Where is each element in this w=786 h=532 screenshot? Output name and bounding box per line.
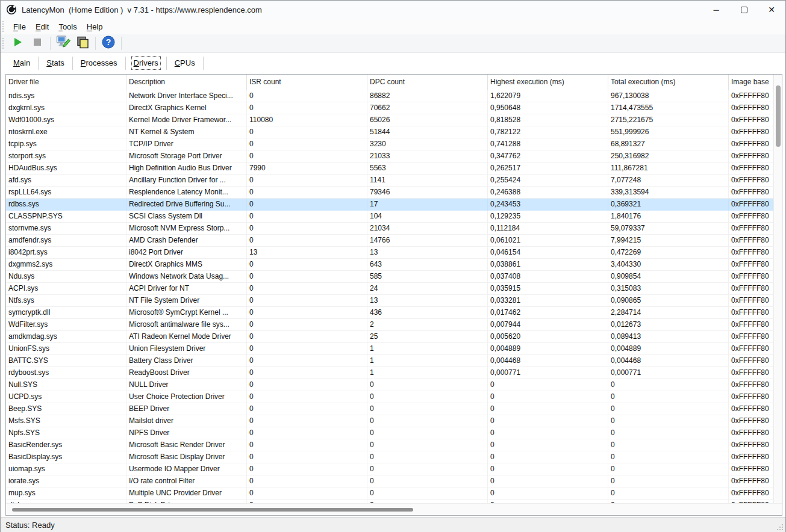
table-row-amdfendr-sys[interactable]: amdfendr.sysAMD Crash Defender0147660,06… (6, 235, 773, 247)
table-row-ndis-sys[interactable]: ndis.sysNetwork Driver Interface Speci..… (6, 90, 773, 102)
tab-cpus[interactable]: CPUs (167, 55, 203, 70)
cell: Union Filesystem Driver (126, 343, 247, 355)
cell: 68,891327 (608, 138, 729, 150)
close-button[interactable]: ✕ (758, 1, 785, 19)
table-row-mup-sys[interactable]: mup.sysMultiple UNC Provider Driver00000… (6, 487, 773, 500)
status-text: Status: Ready (5, 521, 55, 530)
tab-drivers[interactable]: Drivers (126, 55, 166, 70)
table-row-symcryptk-dll[interactable]: symcryptk.dllMicrosoft® SymCrypt Kernel … (6, 307, 773, 319)
table-row-msfs-sys[interactable]: Msfs.SYSMailslot driver00000xFFFFF80 (6, 415, 773, 427)
table-row-ucpd-sys[interactable]: UCPD.sysUser Choice Protection Driver000… (6, 391, 773, 403)
table-row-hdaudbus-sys[interactable]: HDAudBus.sysHigh Definition Audio Bus Dr… (6, 162, 773, 175)
table-row-wdfilter-sys[interactable]: WdFilter.sysMicrosoft antimalware file s… (6, 319, 773, 331)
table-row-classpnp-sys[interactable]: CLASSPNP.SYSSCSI Class System Dll01040,1… (6, 211, 773, 223)
cell: 65026 (367, 114, 488, 126)
start-monitor-button[interactable] (10, 36, 27, 51)
resize-grip[interactable] (777, 524, 783, 530)
column-header-dpc-count[interactable]: DPC count (367, 75, 488, 90)
vertical-scrollbar-thumb[interactable] (776, 85, 781, 147)
table-row-stornvme-sys[interactable]: stornvme.sysMicrosoft NVM Express Storp.… (6, 223, 773, 235)
help-button[interactable]: ? (100, 36, 117, 51)
table-row-battc-sys[interactable]: BATTC.SYSBattery Class Driver010,0044680… (6, 355, 773, 367)
menu-file[interactable]: File (8, 20, 31, 33)
table-row-iorate-sys[interactable]: iorate.sysI/O rate control Filter00000xF… (6, 475, 773, 487)
cell: 436 (367, 307, 488, 319)
table-row-afd-sys[interactable]: afd.sysAncillary Function Driver for ...… (6, 175, 773, 187)
table-row-tcpip-sys[interactable]: tcpip.sysTCP/IP Driver032300,74128868,89… (6, 138, 773, 150)
menu-tools[interactable]: Tools (54, 20, 81, 33)
cell: 7990 (247, 162, 367, 175)
stop-icon (33, 38, 42, 49)
column-header-image-base[interactable]: Image base (729, 75, 773, 90)
table-row-uiomap-sys[interactable]: uiomap.sysUsermode IO Mapper Driver00000… (6, 463, 773, 475)
cell: 0 (247, 319, 367, 331)
table-row-unionfs-sys[interactable]: UnionFS.sysUnion Filesystem Driver010,00… (6, 343, 773, 355)
horizontal-scrollbar-thumb[interactable] (12, 508, 413, 512)
cell: rdbss.sys (6, 199, 126, 211)
horizontal-scrollbar[interactable] (6, 503, 782, 515)
minimize-button[interactable]: ─ (702, 1, 730, 19)
table-row-storport-sys[interactable]: storport.sysMicrosoft Storage Port Drive… (6, 150, 773, 162)
cell: 2,284714 (608, 307, 729, 319)
table-row-dxgkrnl-sys[interactable]: dxgkrnl.sysDirectX Graphics Kernel070662… (6, 102, 773, 114)
cell: 24 (367, 283, 488, 295)
cell: 0 (247, 391, 367, 403)
cell: 0 (247, 295, 367, 307)
menu-help[interactable]: Help (82, 20, 108, 33)
windows-button[interactable] (74, 36, 91, 51)
cell: 0xFFFFF80 (729, 102, 773, 114)
cell: 0,472269 (608, 247, 729, 259)
cell: 0 (367, 451, 488, 463)
tab-main[interactable]: Main (5, 55, 38, 70)
table-row-rsplll64-sys[interactable]: rspLLL64.sysResplendence Latency Monit..… (6, 187, 773, 199)
column-header-total-execution-ms[interactable]: Total execution (ms) (608, 75, 729, 90)
column-header-highest-execution-ms[interactable]: Highest execution (ms) (488, 75, 608, 90)
cell: 0xFFFFF80 (729, 295, 773, 307)
cell: Beep.SYS (6, 403, 126, 415)
table-row-ntfs-sys[interactable]: Ntfs.sysNT File System Driver0130,033281… (6, 295, 773, 307)
column-header-isr-count[interactable]: ISR count (247, 75, 367, 90)
maximize-button[interactable] (730, 1, 758, 19)
cell: Microsoft NVM Express Storp... (126, 223, 247, 235)
cell: HDAudBus.sys (6, 162, 126, 175)
cell: 0 (367, 379, 488, 391)
menu-edit[interactable]: Edit (31, 20, 54, 33)
table-row-basicdisplay-sys[interactable]: BasicDisplay.sysMicrosoft Basic Display … (6, 451, 773, 463)
cell: 2715,221675 (608, 114, 729, 126)
column-header-driver-file[interactable]: Driver file (6, 75, 126, 90)
table-row-ntoskrnl-exe[interactable]: ntoskrnl.exeNT Kernel & System0518440,78… (6, 126, 773, 138)
cell: 585 (367, 271, 488, 283)
vertical-scrollbar[interactable] (773, 75, 782, 503)
cell: 51844 (367, 126, 488, 138)
cell: 0xFFFFF80 (729, 187, 773, 199)
cell: 0,004889 (488, 343, 608, 355)
table-row-dxgmms2-sys[interactable]: dxgmms2.sysDirectX Graphics MMS06430,038… (6, 259, 773, 271)
table-row-amdkmdag-sys[interactable]: amdkmdag.sysATI Radeon Kernel Mode Drive… (6, 331, 773, 343)
cell: 21033 (367, 150, 488, 162)
table-row-i8042prt-sys[interactable]: i8042prt.sysi8042 Port Driver13130,04615… (6, 247, 773, 259)
table-row-basicrender-sys[interactable]: BasicRender.sysMicrosoft Basic Render Dr… (6, 439, 773, 451)
toolbar: ? (1, 34, 785, 53)
cell: 0 (367, 463, 488, 475)
cell: uiomap.sys (6, 463, 126, 475)
cell: 0,129235 (488, 211, 608, 223)
table-row-rdbss-sys[interactable]: rdbss.sysRedirected Drive Buffering Su..… (6, 199, 773, 211)
cell: 0,007944 (488, 319, 608, 331)
cell: 0,112184 (488, 223, 608, 235)
cell: 0 (247, 150, 367, 162)
table-row-wdf01000-sys[interactable]: Wdf01000.sysKernel Mode Driver Framewor.… (6, 114, 773, 126)
tab-processes[interactable]: Processes (73, 55, 125, 70)
menubar-gripper[interactable] (2, 21, 5, 32)
latencymon-gauge-icon (7, 5, 16, 14)
tab-stats[interactable]: Stats (39, 55, 72, 70)
cell: 0 (367, 427, 488, 439)
table-row-beep-sys[interactable]: Beep.SYSBEEP Driver00000xFFFFF80 (6, 403, 773, 415)
column-header-description[interactable]: Description (126, 75, 247, 90)
toolbar-gripper[interactable] (2, 38, 5, 49)
table-row-rdyboost-sys[interactable]: rdyboost.sysReadyBoost Driver010,0007710… (6, 367, 773, 379)
table-row-acpi-sys[interactable]: ACPI.sysACPI Driver for NT0240,0359150,3… (6, 283, 773, 295)
options-button[interactable] (55, 36, 72, 51)
table-row-ndu-sys[interactable]: Ndu.sysWindows Network Data Usag...05850… (6, 271, 773, 283)
table-row-null-sys[interactable]: Null.SYSNULL Driver00000xFFFFF80 (6, 379, 773, 391)
table-row-npfs-sys[interactable]: Npfs.SYSNPFS Driver00000xFFFFF80 (6, 427, 773, 439)
